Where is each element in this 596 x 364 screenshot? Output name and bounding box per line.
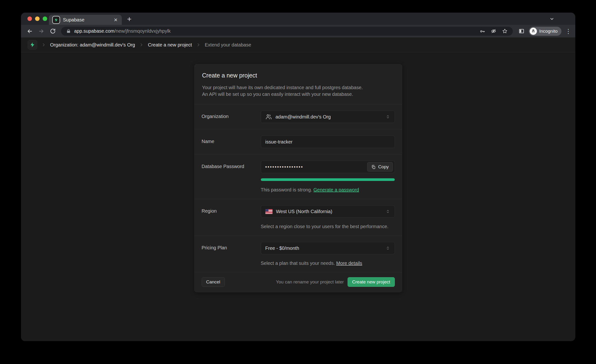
bookmark-star-icon[interactable] — [502, 28, 507, 34]
password-masked-value: •••••••••••••••• — [265, 164, 364, 170]
chevron-right-icon — [196, 43, 201, 47]
card-header: Create a new project Your project will h… — [194, 64, 402, 104]
tab-close-icon[interactable]: × — [113, 17, 119, 23]
name-label: Name — [202, 136, 261, 148]
organization-select[interactable]: adam@windmill.dev's Org — [261, 111, 395, 123]
copy-button-label: Copy — [378, 164, 389, 170]
password-helper-text: This password is strong. Generate a pass… — [261, 187, 395, 193]
region-select[interactable]: West US (North California) — [261, 205, 395, 218]
create-new-project-button[interactable]: Create new project — [348, 277, 395, 287]
us-flag-icon — [265, 209, 273, 214]
reload-icon[interactable] — [48, 26, 58, 36]
pricing-value: Free - $0/month — [265, 245, 382, 251]
side-panel-icon[interactable] — [519, 28, 524, 34]
breadcrumb-item-extend-database: Extend your database — [205, 42, 251, 48]
region-value: West US (North California) — [276, 209, 382, 214]
incognito-badge: Incognito — [529, 27, 561, 36]
password-key-icon[interactable] — [480, 28, 485, 34]
organization-row: Organization adam@windmill.dev's Org — [194, 104, 402, 129]
url-text[interactable]: app.supabase.com/new/jfnsmqoynldvxjyhpyl… — [74, 28, 171, 34]
cancel-button[interactable]: Cancel — [202, 277, 225, 287]
window-controls — [27, 16, 47, 21]
incognito-label: Incognito — [539, 29, 558, 34]
description-line-1: Your project will have its own dedicated… — [202, 84, 394, 91]
pricing-helper-text: Select a plan that suits your needs. Mor… — [261, 260, 395, 266]
url-domain: app.supabase.com — [74, 28, 114, 34]
organization-value: adam@windmill.dev's Org — [276, 114, 382, 120]
incognito-icon — [530, 28, 537, 35]
tab-strip: Supabase × + — [21, 13, 575, 25]
copy-password-button[interactable]: Copy — [367, 162, 393, 172]
select-updown-icon — [386, 209, 390, 214]
supabase-logo-icon[interactable] — [28, 40, 37, 50]
supabase-favicon-icon — [52, 16, 60, 24]
back-icon[interactable] — [25, 26, 35, 36]
tab-title: Supabase — [63, 17, 110, 23]
browser-toolbar: app.supabase.com/new/jfnsmqoynldvxjyhpyl… — [21, 25, 575, 37]
pricing-plan-select[interactable]: Free - $0/month — [261, 242, 395, 254]
description-line-2: An API will be set up so you can easily … — [202, 91, 394, 97]
rename-note: You can rename your project later — [276, 279, 344, 285]
url-path: /new/jfnsmqoynldvxjyhpylk — [114, 28, 171, 34]
password-label: Database Password — [202, 161, 261, 193]
eye-off-icon[interactable] — [491, 28, 496, 34]
password-strength-fill — [261, 178, 395, 181]
region-label: Region — [202, 205, 261, 229]
pricing-label: Pricing Plan — [202, 242, 261, 266]
select-updown-icon — [386, 114, 390, 119]
generate-password-link[interactable]: Generate a password — [313, 187, 359, 192]
close-window-button[interactable] — [27, 16, 32, 21]
page-content: Create a new project Your project will h… — [21, 52, 575, 341]
select-updown-icon — [386, 246, 390, 251]
organization-label: Organization — [202, 111, 261, 123]
copy-icon — [371, 165, 376, 169]
zoom-window-button[interactable] — [43, 16, 47, 21]
forward-icon[interactable] — [36, 26, 46, 36]
browser-window: Supabase × + app.supabase.com/new/jfnsmq… — [21, 13, 575, 341]
chevron-right-icon — [41, 43, 46, 47]
breadcrumb-item-create-project[interactable]: Create a new project — [148, 42, 192, 48]
region-helper-text: Select a region close to your users for … — [261, 224, 395, 229]
name-row: Name issue-tracker — [194, 129, 402, 155]
password-strength-meter — [261, 178, 395, 181]
browser-tab-supabase[interactable]: Supabase × — [49, 15, 122, 25]
breadcrumb-item-organization[interactable]: Organization: adam@windmill.dev's Org — [50, 42, 135, 48]
breadcrumb: Organization: adam@windmill.dev's Org Cr… — [21, 37, 575, 52]
database-password-input[interactable]: •••••••••••••••• Copy — [261, 161, 395, 173]
chevron-right-icon — [139, 43, 143, 47]
users-icon — [265, 113, 272, 120]
more-details-link[interactable]: More details — [336, 260, 362, 266]
pricing-row: Pricing Plan Free - $0/month Select a pl… — [194, 236, 402, 273]
browser-menu-icon[interactable]: ⋮ — [565, 28, 571, 34]
address-bar[interactable]: app.supabase.com/new/jfnsmqoynldvxjyhpyl… — [61, 27, 513, 36]
create-project-card: Create a new project Your project will h… — [194, 64, 402, 292]
page-title: Create a new project — [202, 72, 394, 79]
card-footer: Cancel You can rename your project later… — [194, 273, 402, 292]
card-description: Your project will have its own dedicated… — [202, 84, 394, 97]
lock-icon — [66, 29, 71, 33]
project-name-value: issue-tracker — [265, 139, 390, 145]
region-row: Region West US (North California) Select… — [194, 199, 402, 236]
tab-search-chevron-icon[interactable] — [549, 16, 555, 22]
new-tab-button[interactable]: + — [127, 15, 132, 23]
password-row: Database Password •••••••••••••••• Copy … — [194, 155, 402, 199]
project-name-input[interactable]: issue-tracker — [261, 136, 395, 148]
minimize-window-button[interactable] — [35, 16, 40, 21]
